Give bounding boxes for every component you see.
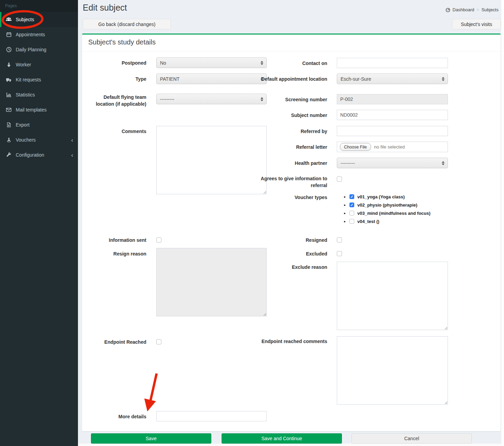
information-sent-checkbox[interactable]: ✓ <box>156 237 161 242</box>
voucher-label: v03_mind (mindfulness and focus) <box>357 211 430 216</box>
voucher-types-label: Voucher types <box>258 194 327 201</box>
sidebar-item-label: Kit requests <box>16 77 41 82</box>
endpoint-reached-checkbox[interactable]: ✓ <box>156 339 161 344</box>
voucher-checkbox[interactable]: ✓ <box>349 202 354 207</box>
sidebar-item-configuration[interactable]: Configuration ‹ <box>0 147 78 162</box>
postponed-label: Postponed <box>85 60 146 67</box>
bullet-icon: • <box>343 210 346 216</box>
more-details-input[interactable] <box>156 411 267 421</box>
sidebar-item-vouchers[interactable]: Vouchers ‹ <box>0 132 78 147</box>
bullet-icon: • <box>343 219 346 224</box>
health-partner-select[interactable]: --------- <box>337 158 448 168</box>
breadcrumb-dashboard[interactable]: Dashboard <box>453 7 475 12</box>
select-spinner-icon <box>442 161 445 165</box>
sidebar-item-label: Export <box>16 122 29 128</box>
sidebar-item-mail-templates[interactable]: Mail templates <box>0 102 78 117</box>
person-icon <box>5 137 12 143</box>
save-button[interactable]: Save <box>91 433 211 444</box>
cancel-button[interactable]: Cancel <box>352 433 472 444</box>
resigned-checkbox[interactable]: ✓ <box>337 237 342 242</box>
subject-number-label: Subject number <box>258 112 327 119</box>
breadcrumb: Dashboard > Subjects <box>446 7 499 12</box>
subject-number-input[interactable] <box>337 110 448 120</box>
referred-by-input[interactable] <box>337 126 448 136</box>
sidebar-item-appointments[interactable]: Appointments <box>0 27 78 42</box>
voucher-checkbox[interactable]: ✓ <box>349 194 354 199</box>
breadcrumb-subjects: Subjects <box>481 7 499 12</box>
exclude-reason-textarea[interactable] <box>337 262 448 330</box>
resign-reason-label: Resign reason <box>85 251 146 258</box>
main-content: Edit subject Dashboard > Subjects Go bac… <box>78 0 504 446</box>
wrench-icon <box>5 152 12 158</box>
envelope-icon <box>5 107 12 113</box>
sidebar-item-label: Statistics <box>16 92 35 97</box>
check-icon: ✓ <box>350 203 353 207</box>
type-select[interactable]: PATIENT <box>156 74 267 84</box>
sidebar-item-worker[interactable]: Worker <box>0 57 78 72</box>
clock-icon <box>5 47 12 53</box>
contact-on-input[interactable] <box>337 58 448 68</box>
voucher-item: • ✓ v01_yoga (Yoga class) <box>343 193 487 201</box>
health-partner-value: --------- <box>341 160 355 166</box>
sidebar-item-daily-planning[interactable]: Daily Planning <box>0 42 78 57</box>
excluded-label: Excluded <box>258 251 327 258</box>
default-appointment-location-select[interactable]: Esch-sur-Sure <box>337 74 448 84</box>
voucher-item: • ✓ v03_mind (mindfulness and focus) <box>343 209 487 217</box>
screening-number-input <box>337 94 448 104</box>
subjects-visits-button[interactable]: Subject's visits <box>452 19 501 29</box>
sidebar-item-label: Daily Planning <box>16 47 47 52</box>
default-appointment-location-label: Default appointment location <box>258 76 327 83</box>
voucher-item: • ✓ v02_physio (physiotherapie) <box>343 201 487 209</box>
postponed-value: No <box>160 60 166 66</box>
scrollbar[interactable] <box>501 0 504 446</box>
sidebar-item-export[interactable]: Export <box>0 117 78 132</box>
sidebar-item-kit-requests[interactable]: Kit requests <box>0 72 78 87</box>
bar-chart-icon <box>5 92 12 98</box>
chevron-left-icon: ‹ <box>71 152 73 158</box>
voucher-label: v01_yoga (Yoga class) <box>357 194 405 199</box>
panel-title: Subject's study details <box>88 38 156 46</box>
go-back-button[interactable]: Go back (discard changes) <box>83 19 171 29</box>
voucher-checkbox[interactable]: ✓ <box>349 211 354 215</box>
more-details-label: More details <box>85 414 146 420</box>
sidebar-item-label: Configuration <box>16 152 44 158</box>
choose-file-button[interactable]: Choose File <box>340 143 371 151</box>
voucher-item: • ✓ v04_test () <box>343 217 487 225</box>
truck-icon <box>5 77 12 83</box>
health-partner-label: Health partner <box>258 160 327 167</box>
flying-team-select[interactable]: --------- <box>156 94 267 104</box>
excluded-checkbox[interactable]: ✓ <box>337 251 342 256</box>
study-details-panel: Subject's study details Postponed No Typ… <box>82 34 501 431</box>
resign-reason-textarea[interactable] <box>156 248 267 316</box>
sidebar-item-subjects[interactable]: Subjects <box>0 12 78 27</box>
flying-team-label: Default flying team location (if applica… <box>85 94 146 107</box>
sidebar-item-label: Mail templates <box>16 107 47 113</box>
referral-letter-file-input[interactable]: Choose File no file selected <box>337 142 448 152</box>
check-icon: ✓ <box>350 195 353 199</box>
flying-team-value: --------- <box>160 96 174 102</box>
type-value: PATIENT <box>160 76 180 82</box>
panel-divider <box>82 51 501 52</box>
bullet-icon: • <box>343 202 346 208</box>
comments-textarea[interactable] <box>156 126 267 194</box>
endpoint-comments-textarea[interactable] <box>337 336 448 405</box>
resigned-label: Resigned <box>258 237 327 244</box>
endpoint-reached-label: Endpoint Reached <box>85 339 146 346</box>
dashboard-icon <box>446 8 450 12</box>
voucher-label: v04_test () <box>357 219 379 224</box>
postponed-select[interactable]: No <box>156 57 267 68</box>
sidebar-item-label: Subjects <box>16 17 34 22</box>
voucher-types-list: • ✓ v01_yoga (Yoga class) • ✓ v02_physio… <box>343 193 487 225</box>
bullet-icon: • <box>343 194 346 200</box>
sidebar-item-statistics[interactable]: Statistics <box>0 87 78 102</box>
agrees-checkbox[interactable]: ✓ <box>337 176 342 182</box>
chevron-left-icon: ‹ <box>71 137 73 143</box>
file-excel-icon <box>5 122 12 128</box>
calendar-icon <box>5 31 12 38</box>
sidebar: Pages Subjects Appointments Daily Planni… <box>0 0 78 446</box>
bottom-strip <box>78 444 501 446</box>
voucher-checkbox[interactable]: ✓ <box>349 219 354 224</box>
save-and-continue-button[interactable]: Save and Continue <box>222 433 342 444</box>
referred-by-label: Referred by <box>258 128 327 135</box>
comments-label: Comments <box>85 128 146 135</box>
